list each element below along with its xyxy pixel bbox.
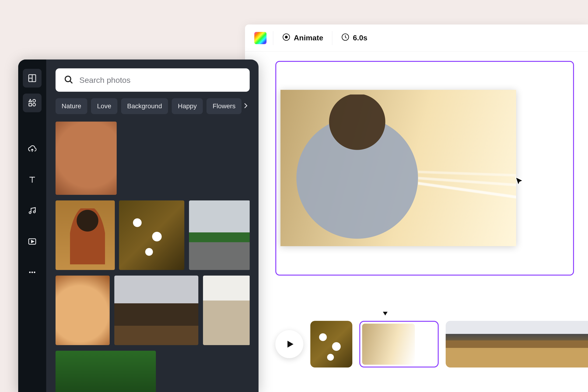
photo-thumb[interactable] [189,200,250,270]
svg-point-1 [285,36,288,38]
canvas-area [245,52,588,276]
text-icon[interactable] [23,170,42,189]
chip-nature[interactable]: Nature [56,98,87,114]
audio-icon[interactable] [23,201,42,220]
svg-point-11 [34,272,36,273]
templates-icon[interactable] [23,69,42,88]
timeline [275,312,588,382]
photo-grid [56,122,250,392]
photo-thumb[interactable] [56,122,117,195]
animate-icon [282,33,290,43]
timeline-track [275,321,588,368]
chip-background[interactable]: Background [121,98,168,114]
animate-label: Animate [294,34,323,42]
color-swatch[interactable] [254,32,266,44]
divider [273,31,273,45]
cursor-icon [514,176,525,187]
chevron-right-icon [242,102,249,110]
chips-scroll-right[interactable] [240,101,251,112]
divider [332,31,332,45]
editor-window: Animate 6.0s [245,24,588,392]
playhead-icon[interactable] [383,312,388,316]
svg-point-9 [29,272,31,273]
filter-chips: Nature Love Background Happy Flowers [56,98,250,114]
editor-toolbar: Animate 6.0s [245,24,588,52]
canvas-photo[interactable] [280,90,516,246]
search-icon [64,74,74,86]
timeline-clip[interactable] [446,321,588,368]
duration-label: 6.0s [353,34,367,42]
photo-thumb[interactable] [203,276,250,345]
duration-button[interactable]: 6.0s [339,31,370,45]
timeline-clip-selected[interactable] [359,321,439,368]
animate-button[interactable]: Animate [280,31,326,45]
chip-love[interactable]: Love [91,98,117,114]
photos-panel: Nature Love Background Happy Flowers [18,60,258,392]
panel-body: Nature Love Background Happy Flowers [46,60,258,392]
photo-thumb[interactable] [114,276,198,345]
search-field[interactable] [56,68,250,92]
play-button[interactable] [275,330,303,358]
photo-thumb[interactable] [119,200,184,270]
photo-thumb[interactable] [56,351,156,392]
clip-thumb [362,324,415,365]
side-rail [18,60,46,392]
svg-point-10 [32,272,33,273]
clock-icon [341,33,350,43]
photo-thumb[interactable] [56,200,115,270]
photo-thumb[interactable] [56,276,110,345]
chip-happy[interactable]: Happy [172,98,203,114]
chip-flowers[interactable]: Flowers [206,98,242,114]
elements-icon[interactable] [23,94,42,112]
svg-point-4 [33,100,36,102]
more-icon[interactable] [23,263,42,282]
canvas-frame[interactable] [275,61,574,276]
search-input[interactable] [79,76,242,85]
timeline-clip[interactable] [310,321,352,368]
uploads-icon[interactable] [23,140,42,158]
svg-point-7 [33,211,35,213]
videos-icon[interactable] [23,232,42,251]
clip-thumb [417,324,436,365]
svg-point-6 [29,212,31,214]
svg-rect-5 [29,103,32,106]
